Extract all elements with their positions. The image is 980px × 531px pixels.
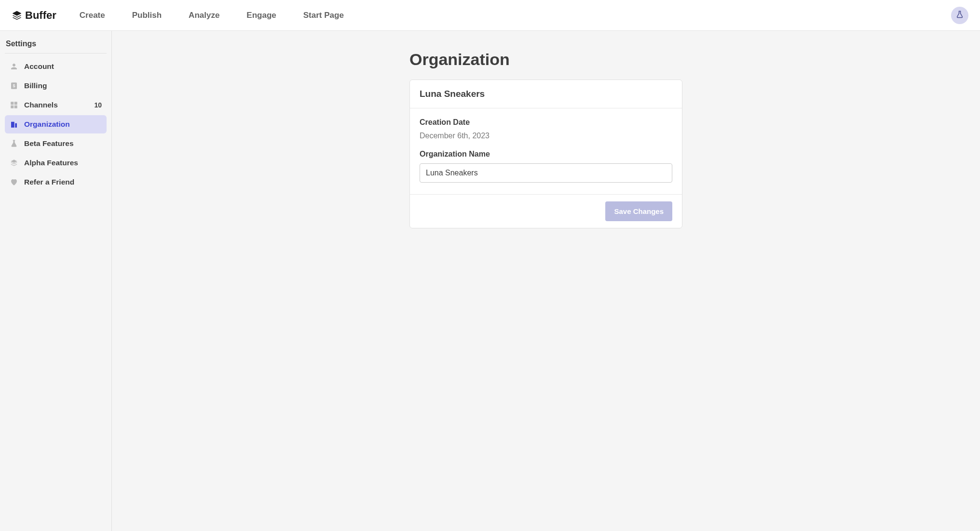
svg-text:$: $ [13,83,15,88]
page-title: Organization [409,50,682,69]
logo[interactable]: Buffer [12,9,56,22]
sidebar-item-beta[interactable]: Beta Features [5,134,107,153]
svg-rect-5 [14,106,17,108]
brand-name: Buffer [25,9,56,22]
nav-publish[interactable]: Publish [132,11,162,20]
topbar: Buffer Create Publish Analyze Engage Sta… [0,0,980,31]
nav-startpage[interactable]: Start Page [303,11,344,20]
buffer-logo-icon [12,10,22,21]
nav-engage[interactable]: Engage [246,11,276,20]
flask-icon [955,10,964,21]
main: Organization Luna Sneakers Creation Date… [112,31,980,531]
sidebar-title: Settings [5,40,107,53]
nav-analyze[interactable]: Analyze [189,11,219,20]
svg-rect-4 [11,106,14,108]
channels-count: 10 [94,101,102,109]
sidebar-item-account[interactable]: Account [5,57,107,76]
org-name-label: Organization Name [420,150,672,159]
person-icon [10,62,18,71]
sidebar-item-label: Alpha Features [24,159,102,167]
sidebar-item-refer[interactable]: Refer a Friend [5,173,107,191]
sidebar-item-channels[interactable]: Channels 10 [5,96,107,114]
sidebar-item-organization[interactable]: Organization [5,115,107,133]
svg-rect-2 [11,102,14,105]
save-changes-button[interactable]: Save Changes [605,201,672,221]
org-name-input[interactable] [420,163,672,183]
content-wrap: Settings Account $ Billing Channels 10 O [0,31,980,531]
beta-badge-button[interactable] [951,7,968,24]
sidebar-item-label: Account [24,62,102,71]
sidebar-item-label: Billing [24,81,102,90]
sidebar: Settings Account $ Billing Channels 10 O [0,31,112,531]
grid-icon [10,101,18,109]
nav-create[interactable]: Create [80,11,105,20]
org-card: Luna Sneakers Creation Date December 6th… [409,80,682,228]
dollar-icon: $ [10,81,18,90]
sidebar-item-label: Beta Features [24,139,102,148]
nav-links: Create Publish Analyze Engage Start Page [80,11,344,20]
layers-icon [10,159,18,167]
card-body: Creation Date December 6th, 2023 Organiz… [410,108,682,195]
sidebar-item-label: Channels [24,101,88,109]
sidebar-item-label: Organization [24,120,102,129]
building-icon [10,120,18,129]
sidebar-item-alpha[interactable]: Alpha Features [5,154,107,172]
card-header: Luna Sneakers [410,80,682,108]
sidebar-item-label: Refer a Friend [24,178,102,186]
flask-icon [10,139,18,148]
svg-rect-3 [14,102,17,105]
sidebar-item-billing[interactable]: $ Billing [5,77,107,95]
heart-icon [10,178,18,186]
creation-date-value: December 6th, 2023 [420,132,672,140]
card-footer: Save Changes [410,195,682,228]
creation-date-label: Creation Date [420,118,672,127]
